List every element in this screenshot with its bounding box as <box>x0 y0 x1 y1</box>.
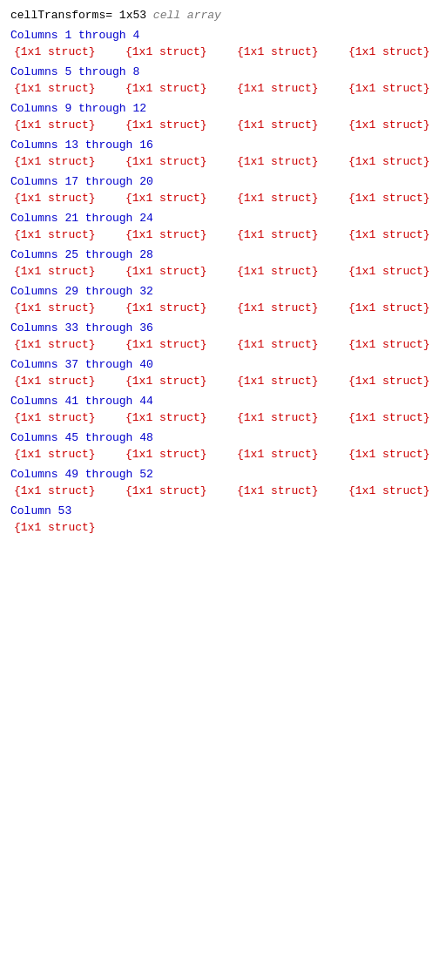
struct-row-3: {1x1 struct}{1x1 struct}{1x1 struct}{1x1… <box>10 118 436 132</box>
section-label-12: Columns 45 through 48 <box>10 431 436 444</box>
section-label-7: Columns 25 through 28 <box>10 248 436 261</box>
struct-cell: {1x1 struct} <box>14 448 118 461</box>
struct-row-4: {1x1 struct}{1x1 struct}{1x1 struct}{1x1… <box>10 155 436 168</box>
struct-cell: {1x1 struct} <box>125 484 230 497</box>
section-11: Columns 41 through 44{1x1 struct}{1x1 st… <box>10 395 436 424</box>
section-1: Columns 1 through 4{1x1 struct}{1x1 stru… <box>10 29 436 58</box>
struct-cell: {1x1 struct} <box>237 375 341 388</box>
struct-cell: {1x1 struct} <box>14 338 118 351</box>
struct-cell: {1x1 struct} <box>14 155 118 168</box>
struct-cell: {1x1 struct} <box>125 45 230 58</box>
section-12: Columns 45 through 48{1x1 struct}{1x1 st… <box>10 431 436 461</box>
struct-cell: {1x1 struct} <box>348 375 446 388</box>
section-10: Columns 37 through 40{1x1 struct}{1x1 st… <box>10 358 436 388</box>
section-2: Columns 5 through 8{1x1 struct}{1x1 stru… <box>10 65 436 95</box>
struct-cell: {1x1 struct} <box>125 82 230 95</box>
struct-row-8: {1x1 struct}{1x1 struct}{1x1 struct}{1x1… <box>10 301 436 314</box>
struct-cell: {1x1 struct} <box>237 338 341 351</box>
struct-cell: {1x1 struct} <box>125 155 230 168</box>
section-label-4: Columns 13 through 16 <box>10 139 436 152</box>
sections-container: Columns 1 through 4{1x1 struct}{1x1 stru… <box>10 29 436 534</box>
struct-cell: {1x1 struct} <box>348 338 446 351</box>
struct-cell: {1x1 struct} <box>14 484 118 497</box>
struct-cell: {1x1 struct} <box>14 265 118 278</box>
struct-cell: {1x1 struct} <box>14 521 118 534</box>
struct-cell: {1x1 struct} <box>348 118 446 132</box>
section-label-8: Columns 29 through 32 <box>10 285 436 298</box>
struct-cell: {1x1 struct} <box>348 448 446 461</box>
section-label-11: Columns 41 through 44 <box>10 395 436 408</box>
struct-cell: {1x1 struct} <box>125 118 230 132</box>
struct-cell: {1x1 struct} <box>237 484 341 497</box>
variable-name: cellTransforms <box>10 9 105 22</box>
struct-cell: {1x1 struct} <box>125 228 230 241</box>
struct-cell: {1x1 struct} <box>125 301 230 314</box>
section-5: Columns 17 through 20{1x1 struct}{1x1 st… <box>10 175 436 205</box>
struct-cell: {1x1 struct} <box>348 155 446 168</box>
struct-cell: {1x1 struct} <box>237 228 341 241</box>
struct-cell: {1x1 struct} <box>348 45 446 58</box>
struct-cell: {1x1 struct} <box>348 192 446 205</box>
struct-cell: {1x1 struct} <box>125 411 230 424</box>
section-label-5: Columns 17 through 20 <box>10 175 436 188</box>
space <box>146 9 153 22</box>
section-label-13: Columns 49 through 52 <box>10 468 436 481</box>
struct-cell: {1x1 struct} <box>125 375 230 388</box>
struct-row-11: {1x1 struct}{1x1 struct}{1x1 struct}{1x1… <box>10 411 436 424</box>
section-label-14: Column 53 <box>10 504 436 517</box>
equals-sign: = <box>105 9 119 22</box>
struct-row-14: {1x1 struct} <box>10 521 436 534</box>
struct-row-2: {1x1 struct}{1x1 struct}{1x1 struct}{1x1… <box>10 82 436 95</box>
section-label-6: Columns 21 through 24 <box>10 212 436 225</box>
header-line: cellTransforms= 1x53 cell array <box>10 9 436 22</box>
struct-cell: {1x1 struct} <box>237 448 341 461</box>
section-8: Columns 29 through 32{1x1 struct}{1x1 st… <box>10 285 436 314</box>
section-label-1: Columns 1 through 4 <box>10 29 436 42</box>
struct-cell: {1x1 struct} <box>348 82 446 95</box>
struct-cell: {1x1 struct} <box>348 301 446 314</box>
struct-cell: {1x1 struct} <box>237 192 341 205</box>
section-label-3: Columns 9 through 12 <box>10 102 436 115</box>
struct-cell: {1x1 struct} <box>14 411 118 424</box>
struct-cell: {1x1 struct} <box>14 45 118 58</box>
struct-row-1: {1x1 struct}{1x1 struct}{1x1 struct}{1x1… <box>10 45 436 58</box>
section-label-2: Columns 5 through 8 <box>10 65 436 78</box>
struct-cell: {1x1 struct} <box>237 301 341 314</box>
section-14: Column 53{1x1 struct} <box>10 504 436 534</box>
section-4: Columns 13 through 16{1x1 struct}{1x1 st… <box>10 139 436 168</box>
struct-cell: {1x1 struct} <box>125 448 230 461</box>
section-6: Columns 21 through 24{1x1 struct}{1x1 st… <box>10 212 436 241</box>
struct-cell: {1x1 struct} <box>237 45 341 58</box>
section-3: Columns 9 through 12{1x1 struct}{1x1 str… <box>10 102 436 132</box>
struct-cell: {1x1 struct} <box>237 82 341 95</box>
section-13: Columns 49 through 52{1x1 struct}{1x1 st… <box>10 468 436 497</box>
type-label: cell array <box>153 9 221 22</box>
struct-row-7: {1x1 struct}{1x1 struct}{1x1 struct}{1x1… <box>10 265 436 278</box>
output-container: cellTransforms= 1x53 cell array Columns … <box>10 9 436 534</box>
section-9: Columns 33 through 36{1x1 struct}{1x1 st… <box>10 321 436 351</box>
struct-cell: {1x1 struct} <box>237 265 341 278</box>
struct-cell: {1x1 struct} <box>237 155 341 168</box>
struct-cell: {1x1 struct} <box>14 192 118 205</box>
struct-cell: {1x1 struct} <box>14 228 118 241</box>
struct-cell: {1x1 struct} <box>237 411 341 424</box>
struct-cell: {1x1 struct} <box>14 301 118 314</box>
dimensions: 1x53 <box>119 9 146 22</box>
section-7: Columns 25 through 28{1x1 struct}{1x1 st… <box>10 248 436 278</box>
struct-cell: {1x1 struct} <box>348 411 446 424</box>
struct-row-9: {1x1 struct}{1x1 struct}{1x1 struct}{1x1… <box>10 338 436 351</box>
struct-cell: {1x1 struct} <box>348 484 446 497</box>
struct-row-12: {1x1 struct}{1x1 struct}{1x1 struct}{1x1… <box>10 448 436 461</box>
struct-cell: {1x1 struct} <box>125 192 230 205</box>
struct-cell: {1x1 struct} <box>14 118 118 132</box>
struct-cell: {1x1 struct} <box>237 118 341 132</box>
section-label-10: Columns 37 through 40 <box>10 358 436 371</box>
struct-cell: {1x1 struct} <box>348 228 446 241</box>
struct-cell: {1x1 struct} <box>14 375 118 388</box>
struct-row-6: {1x1 struct}{1x1 struct}{1x1 struct}{1x1… <box>10 228 436 241</box>
section-label-9: Columns 33 through 36 <box>10 321 436 335</box>
struct-row-5: {1x1 struct}{1x1 struct}{1x1 struct}{1x1… <box>10 192 436 205</box>
struct-cell: {1x1 struct} <box>14 82 118 95</box>
struct-cell: {1x1 struct} <box>125 265 230 278</box>
struct-row-13: {1x1 struct}{1x1 struct}{1x1 struct}{1x1… <box>10 484 436 497</box>
